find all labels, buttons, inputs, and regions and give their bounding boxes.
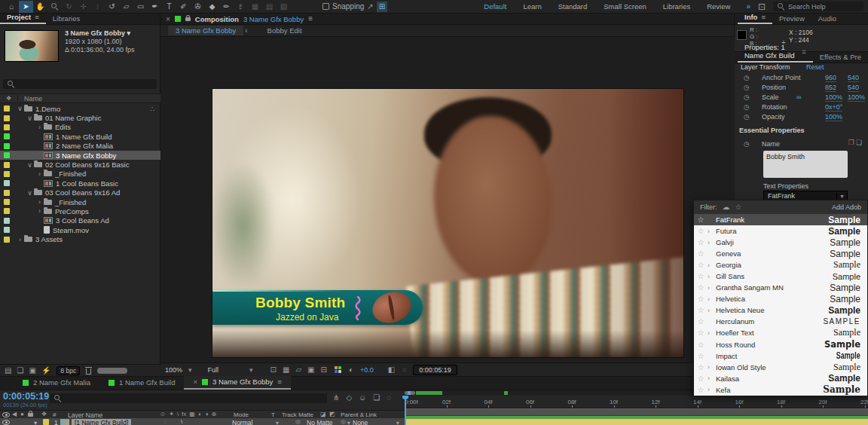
favorite-star-icon[interactable]: ☆: [694, 227, 708, 235]
favorite-star-icon[interactable]: ☆: [694, 329, 708, 337]
label-swatch[interactable]: [4, 152, 10, 158]
property-value[interactable]: 100%: [825, 113, 842, 121]
project-tree-row[interactable]: 3 Cool Beans Ad: [0, 216, 160, 225]
new-folder-icon[interactable]: ❏: [17, 367, 23, 375]
project-tree-row[interactable]: 3 Name Gfx Bobby: [0, 151, 160, 160]
project-tree-row[interactable]: ›_Finished: [0, 197, 160, 206]
layer-duration-bar[interactable]: [405, 418, 868, 425]
label-swatch[interactable]: [4, 208, 10, 214]
exposure-icon[interactable]: ◐: [349, 366, 353, 374]
font-styles-chevron[interactable]: ›: [708, 261, 716, 269]
mini-flowchart-icon[interactable]: ⋔: [333, 394, 339, 402]
workspace-learn[interactable]: Learn: [515, 2, 549, 11]
work-area-bar[interactable]: [405, 408, 868, 416]
favorite-star-icon[interactable]: ☆: [694, 295, 708, 303]
tab-audio[interactable]: Audio: [811, 14, 843, 24]
label-swatch[interactable]: [4, 105, 10, 112]
label-swatch[interactable]: [4, 162, 10, 168]
font-styles-chevron[interactable]: ›: [708, 273, 716, 280]
project-structure-icon[interactable]: ∴: [150, 105, 154, 113]
snap-options-icon[interactable]: ⊞: [377, 2, 387, 12]
workspace-standard[interactable]: Standard: [550, 2, 596, 11]
project-tree-row[interactable]: ∨01 Name Graphic: [0, 113, 160, 122]
snapping-checkbox[interactable]: [322, 3, 329, 10]
favorite-star-icon[interactable]: ☆: [694, 238, 708, 246]
font-styles-chevron[interactable]: ›: [708, 284, 716, 292]
3d-column-icon[interactable]: ⊕: [212, 411, 217, 417]
stopwatch-icon[interactable]: ◷: [744, 103, 750, 111]
dolly-camera-tool-icon[interactable]: ↕: [90, 1, 105, 13]
project-tree-row[interactable]: ›PreComps: [0, 206, 160, 216]
roto-brush-tool-icon[interactable]: ✏: [219, 1, 234, 13]
font-list-row[interactable]: ☆›HelveticaSample: [694, 293, 867, 304]
parent-select[interactable]: None▾: [353, 419, 399, 425]
property-value[interactable]: 960: [825, 74, 836, 82]
transparency-grid-icon[interactable]: ▦: [283, 366, 289, 374]
trash-icon[interactable]: [86, 368, 91, 375]
scrollbar-thumb[interactable]: [97, 368, 127, 374]
font-list-row[interactable]: ☆›KefaSample: [694, 384, 867, 396]
favorite-star-icon[interactable]: ☆: [694, 216, 708, 224]
selected-item-title[interactable]: 3 Name Gfx Bobby ▾: [65, 29, 135, 38]
expand-chevron[interactable]: ∨: [26, 115, 34, 122]
timeline-tab[interactable]: 1 Name Gfx Build: [99, 376, 184, 390]
favorite-star-icon[interactable]: ☆: [694, 283, 708, 292]
property-value[interactable]: 100%: [848, 93, 865, 102]
tab-effects-presets[interactable]: Effects & Pre: [813, 52, 868, 63]
timeline-search-input[interactable]: [50, 393, 327, 403]
pan-camera-tool-icon[interactable]: ✛: [76, 1, 90, 13]
project-tree-row[interactable]: ›Edits: [0, 123, 160, 132]
exposure-value[interactable]: +0.0: [360, 366, 374, 374]
mask-visibility-icon[interactable]: ⊟: [321, 366, 327, 374]
stopwatch-icon[interactable]: ◷: [744, 93, 750, 101]
timeline-tab[interactable]: 2 Name Gfx Malia: [14, 376, 99, 390]
clone-stamp-tool-icon[interactable]: ✇: [191, 1, 205, 13]
tab-project[interactable]: Project ≡: [0, 12, 46, 24]
motion-blur-icon[interactable]: ◌: [387, 394, 391, 402]
font-styles-chevron[interactable]: ›: [708, 386, 716, 393]
viewer-tab-bobby[interactable]: 3 Name Gfx Bobby: [168, 26, 243, 35]
navigator-handle[interactable]: [405, 391, 415, 395]
comp-pull-icon[interactable]: ❏: [856, 139, 863, 146]
layer-quality-toggle[interactable]: \: [181, 419, 182, 425]
stopwatch-icon[interactable]: ◷: [744, 113, 750, 121]
font-list-row[interactable]: ☆›Hoefler TextSample: [694, 327, 867, 338]
comp-override-icon[interactable]: ❐: [848, 139, 856, 146]
project-tree-row[interactable]: ∨03 Cool Beans 9x16 Ad: [0, 188, 160, 197]
stopwatch-icon[interactable]: ◷: [744, 140, 750, 148]
font-list-row[interactable]: ☆›GeorgiaSample: [694, 259, 867, 271]
label-swatch[interactable]: [4, 143, 10, 149]
property-value[interactable]: 540: [848, 74, 859, 82]
font-styles-chevron[interactable]: ›: [708, 307, 716, 314]
stopwatch-icon[interactable]: ◷: [744, 84, 750, 91]
viewer-back-icon[interactable]: ‹: [245, 26, 247, 35]
type-tool-icon[interactable]: T: [162, 1, 176, 13]
font-list-row[interactable]: ☆›Grantha Sangam MNSample: [694, 282, 867, 293]
selection-tool-icon[interactable]: ➤: [19, 1, 33, 13]
close-panel-icon[interactable]: ×: [166, 15, 170, 23]
font-list-row[interactable]: ☆GenevaSample: [694, 248, 867, 259]
time-ruler[interactable]: 0:00f02f04f06f08f10f12f14f16f18f20f22f: [405, 396, 868, 408]
font-list-row[interactable]: ☆Hoss RoundSample: [694, 339, 867, 350]
favorite-star-icon[interactable]: ☆: [694, 375, 708, 383]
layer-visibility-toggle[interactable]: [2, 420, 10, 425]
property-value[interactable]: 852: [825, 84, 836, 92]
font-styles-chevron[interactable]: ›: [708, 329, 716, 337]
viewer-current-time[interactable]: 0:00:05:19: [413, 365, 457, 375]
matte-pickwhip-icon[interactable]: ◎: [295, 419, 301, 425]
axis-mode-world-icon[interactable]: ▤: [262, 1, 277, 13]
favorite-star-icon[interactable]: ☆: [694, 272, 708, 280]
font-styles-chevron[interactable]: ›: [708, 239, 716, 246]
project-tree-row[interactable]: ›3 Assets: [0, 234, 160, 243]
expand-chevron[interactable]: ∨: [26, 189, 34, 197]
label-swatch[interactable]: [4, 227, 10, 233]
workspace-small-screen[interactable]: Small Screen: [595, 2, 655, 11]
guides-options-icon[interactable]: ▣: [307, 366, 314, 374]
frame-blending-icon[interactable]: ❏: [373, 394, 380, 402]
show-snapshot-icon[interactable]: ○: [402, 366, 406, 374]
favorite-star-icon[interactable]: ☆: [694, 341, 708, 349]
label-swatch[interactable]: [4, 124, 10, 130]
zoom-tool-icon[interactable]: [47, 1, 62, 13]
stopwatch-icon[interactable]: ◷: [744, 74, 750, 81]
expand-chevron[interactable]: ›: [35, 124, 44, 131]
